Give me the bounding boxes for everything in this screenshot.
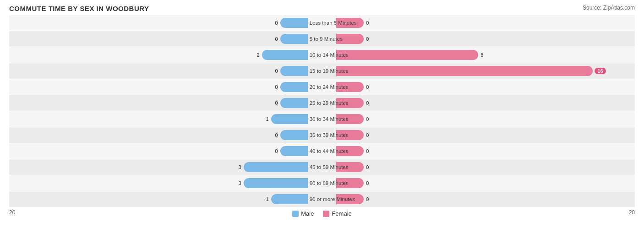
- male-side: 0: [9, 31, 310, 47]
- female-bar: [336, 66, 593, 76]
- chart-row: 035 to 39 Minutes0: [9, 127, 635, 143]
- male-bar: [271, 114, 308, 124]
- female-value: 0: [366, 180, 369, 186]
- male-value: 0: [275, 36, 278, 42]
- male-value: 3: [239, 180, 241, 186]
- female-side: 0: [334, 95, 635, 111]
- male-bar: [280, 146, 308, 156]
- male-side: 0: [9, 15, 310, 31]
- row-label: 30 to 34 Minutes: [310, 116, 335, 122]
- axis-left: 20: [9, 209, 15, 217]
- chart-row: 0Less than 5 Minutes0: [9, 15, 635, 31]
- male-side: 0: [9, 63, 310, 79]
- female-value: 0: [366, 164, 369, 170]
- male-side: 0: [9, 79, 310, 95]
- female-value: 0: [366, 100, 369, 106]
- female-side: 0: [334, 175, 635, 191]
- male-side: 3: [9, 175, 310, 191]
- male-value: 0: [275, 132, 278, 138]
- male-side: 3: [9, 159, 310, 175]
- row-label: 35 to 39 Minutes: [310, 132, 335, 138]
- female-value: 0: [366, 20, 369, 26]
- row-label: 15 to 19 Minutes: [310, 68, 335, 74]
- female-side: 0: [334, 143, 635, 159]
- female-side: 0: [334, 31, 635, 47]
- female-value-badge: 16: [595, 68, 606, 74]
- female-side: 0: [334, 127, 635, 143]
- female-side: 0: [334, 111, 635, 127]
- row-label: 90 or more Minutes: [310, 196, 335, 202]
- male-side: 0: [9, 127, 310, 143]
- chart-row: 05 to 9 Minutes0: [9, 31, 635, 47]
- female-value: 0: [366, 116, 369, 122]
- male-bar: [280, 130, 308, 140]
- row-label: Less than 5 Minutes: [310, 20, 335, 26]
- male-bar: [271, 194, 308, 204]
- source-label: Source: ZipAtlas.com: [583, 5, 635, 11]
- male-side: 2: [9, 47, 310, 63]
- male-side: 0: [9, 95, 310, 111]
- male-bar: [280, 82, 308, 92]
- female-side: 0: [334, 159, 635, 175]
- row-label: 5 to 9 Minutes: [310, 36, 335, 42]
- female-side: 0: [334, 15, 635, 31]
- female-value: 0: [366, 84, 369, 90]
- male-side: 1: [9, 111, 310, 127]
- male-bar: [244, 178, 308, 188]
- female-side: 16: [334, 63, 635, 79]
- female-value: 0: [366, 148, 369, 154]
- chart-row: 210 to 14 Minutes8: [9, 47, 635, 63]
- chart-area: 0Less than 5 Minutes005 to 9 Minutes0210…: [9, 15, 635, 207]
- legend-male: Male: [292, 210, 314, 217]
- female-label: Female: [332, 210, 351, 217]
- male-value: 0: [275, 68, 278, 74]
- axis-labels: 20 Male Female 20: [9, 207, 635, 217]
- female-side: 8: [334, 47, 635, 63]
- male-value: 0: [275, 84, 278, 90]
- chart-row: 190 or more Minutes0: [9, 191, 635, 207]
- female-side: 0: [334, 191, 635, 207]
- female-side: 0: [334, 79, 635, 95]
- male-label: Male: [301, 210, 314, 217]
- chart-row: 360 to 89 Minutes0: [9, 175, 635, 191]
- legend: Male Female: [292, 210, 352, 217]
- row-label: 60 to 89 Minutes: [310, 180, 335, 186]
- row-label: 20 to 24 Minutes: [310, 84, 335, 90]
- row-label: 10 to 14 Minutes: [310, 52, 335, 58]
- male-bar: [280, 66, 308, 76]
- male-side: 0: [9, 143, 310, 159]
- male-bar: [280, 18, 308, 28]
- female-value: 0: [366, 196, 369, 202]
- row-label: 25 to 29 Minutes: [310, 100, 335, 106]
- female-swatch: [323, 211, 329, 217]
- chart-row: 020 to 24 Minutes0: [9, 79, 635, 95]
- axis-right: 20: [629, 209, 635, 217]
- male-value: 0: [275, 20, 278, 26]
- legend-female: Female: [323, 210, 351, 217]
- chart-row: 015 to 19 Minutes16: [9, 63, 635, 79]
- male-value: 1: [266, 116, 269, 122]
- male-bar: [280, 34, 308, 44]
- female-bar: [336, 50, 478, 60]
- row-label: 45 to 59 Minutes: [310, 164, 335, 170]
- chart-container: COMMUTE TIME BY SEX IN WOODBURY Source: …: [0, 0, 644, 239]
- male-side: 1: [9, 191, 310, 207]
- male-value: 0: [275, 100, 278, 106]
- male-value: 0: [275, 148, 278, 154]
- male-bar: [262, 50, 308, 60]
- male-value: 3: [239, 164, 241, 170]
- male-bar: [244, 162, 308, 172]
- female-value: 0: [366, 36, 369, 42]
- chart-row: 025 to 29 Minutes0: [9, 95, 635, 111]
- male-value: 2: [257, 52, 260, 58]
- chart-row: 130 to 34 Minutes0: [9, 111, 635, 127]
- row-label: 40 to 44 Minutes: [310, 148, 335, 154]
- chart-row: 040 to 44 Minutes0: [9, 143, 635, 159]
- chart-row: 345 to 59 Minutes0: [9, 159, 635, 175]
- female-value: 8: [480, 52, 483, 58]
- male-value: 1: [266, 196, 269, 202]
- male-bar: [280, 98, 308, 108]
- male-swatch: [292, 211, 299, 217]
- female-value: 0: [366, 132, 369, 138]
- chart-title: COMMUTE TIME BY SEX IN WOODBURY: [9, 5, 635, 12]
